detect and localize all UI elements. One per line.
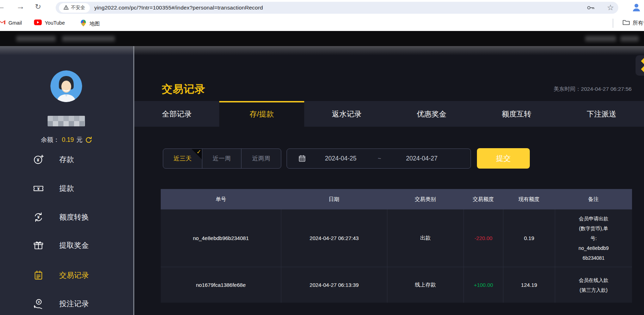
bookmarks-bar: Gmail YouTube 地图	[0, 15, 644, 31]
svg-text:¥: ¥	[38, 300, 40, 304]
blurred-text	[585, 36, 616, 42]
record-tabs: 全部记录 存/提款 返水记录 优惠奖金 额度互转 下注派送	[134, 101, 644, 127]
bookmark-label: Gmail	[8, 20, 22, 26]
submit-button[interactable]: 提交	[477, 148, 530, 169]
username-censored	[48, 116, 85, 126]
site-marquee-banner	[0, 31, 644, 46]
date-to-input[interactable]: 2024-04-27	[393, 149, 451, 168]
bookmark-label: YouTube	[45, 20, 65, 26]
date-from-input[interactable]: 2024-04-25	[312, 149, 370, 168]
withdraw-icon: ¥	[32, 182, 44, 194]
column-header: 交易类别	[387, 189, 464, 209]
diamond-icon	[641, 58, 644, 64]
sidebar-item-label: 额度转换	[59, 212, 89, 222]
deposit-icon: ¥	[32, 153, 44, 165]
cell-remark: 会员在线入款(第三方入款)	[555, 267, 632, 303]
column-header: 交易额度	[464, 189, 503, 209]
transfer-icon: ¥	[32, 211, 44, 223]
sidebar-item-label: 存款	[59, 155, 74, 164]
cell-balance: 0.19	[503, 209, 555, 267]
table-row: no1679fca1386fe68e 2024-04-27 06:13:39 线…	[161, 267, 632, 303]
column-header: 单号	[161, 189, 281, 209]
column-header: 备注	[555, 189, 632, 209]
bookmarks-divider	[613, 19, 613, 28]
transaction-record-icon	[32, 269, 44, 281]
forward-icon[interactable]: →	[16, 1, 25, 11]
table-header-row: 单号 日期 交易类别 交易额度 现有额度 备注	[161, 189, 632, 209]
key-icon[interactable]	[587, 4, 595, 13]
bookmark-youtube[interactable]: YouTube	[34, 19, 65, 26]
sidebar-item-bet-record[interactable]: ¥ 投注记录	[0, 296, 133, 311]
table-row: no_4e8ebdb96b234081 2024-04-27 06:27:43 …	[161, 209, 632, 267]
url-text[interactable]: ying2022.com/pc/?Intr=100355#/index?pers…	[94, 5, 263, 11]
range-last-2-weeks[interactable]: 近两周	[241, 149, 281, 168]
cell-order-no: no1679fca1386fe68e	[161, 267, 281, 303]
star-bookmark-icon[interactable]: ☆	[607, 3, 614, 12]
sidebar-item-transfer[interactable]: ¥ 额度转换	[0, 209, 133, 225]
sidebar-item-deposit[interactable]: ¥ 存款	[0, 152, 133, 167]
youtube-icon	[34, 19, 42, 26]
blurred-text	[16, 36, 56, 42]
cell-date: 2024-04-27 06:27:43	[281, 209, 387, 267]
reload-icon[interactable]: ↻	[35, 2, 41, 11]
security-chip[interactable]: 不安全	[59, 3, 90, 13]
sidebar-item-label: 交易记录	[59, 270, 89, 280]
browser-chrome: ← → ↻ 不安全 ying2022.com/pc/?Intr=100355#/…	[0, 0, 644, 15]
bet-record-icon: ¥	[32, 298, 44, 310]
calendar-icon	[298, 155, 306, 164]
url-bar[interactable]: 不安全 ying2022.com/pc/?Intr=100355#/index?…	[56, 2, 618, 14]
profile-avatar-icon[interactable]	[632, 3, 641, 14]
cell-balance: 124.19	[503, 267, 555, 303]
all-bookmarks-label: 所有书签	[633, 20, 644, 26]
balance-label: 余额：	[41, 136, 60, 144]
cell-amount: -220.00	[464, 209, 503, 267]
svg-text:¥: ¥	[37, 186, 40, 191]
cell-date: 2024-04-27 06:13:39	[281, 267, 387, 303]
tab-deposit-withdraw[interactable]: 存/提款	[219, 101, 304, 127]
security-label: 不安全	[71, 5, 85, 11]
bookmark-maps[interactable]: 地图	[80, 19, 100, 28]
tab-all-records[interactable]: 全部记录	[134, 101, 219, 127]
sidebar-item-label: 提款	[59, 183, 74, 193]
user-avatar[interactable]	[50, 70, 82, 102]
tab-quota-transfer[interactable]: 额度互转	[474, 101, 559, 127]
bookmark-gmail[interactable]: Gmail	[0, 19, 22, 26]
maps-icon	[80, 19, 87, 28]
range-last-week[interactable]: 近一周	[202, 149, 241, 168]
page-title: 交易记录	[162, 82, 206, 96]
svg-text:¥: ¥	[37, 157, 39, 163]
balance-value: 0.19	[62, 136, 74, 144]
column-header: 现有额度	[503, 189, 555, 209]
tab-rebate-records[interactable]: 返水记录	[304, 101, 389, 127]
floating-widget[interactable]	[636, 55, 644, 76]
svg-text:¥: ¥	[37, 215, 40, 219]
tab-bet-delivery[interactable]: 下注派送	[559, 101, 644, 127]
sidebar-item-withdraw[interactable]: ¥ 提款	[0, 181, 133, 196]
gmail-icon	[0, 19, 6, 26]
cell-order-no: no_4e8ebdb96b234081	[161, 209, 281, 267]
gift-icon	[32, 239, 44, 251]
sidebar-item-transaction-record[interactable]: 交易记录	[0, 267, 133, 283]
cell-amount: +100.00	[464, 267, 503, 303]
warning-icon	[63, 5, 69, 11]
column-header: 日期	[281, 189, 387, 209]
diamond-icon	[641, 66, 644, 72]
refresh-balance-icon[interactable]	[85, 136, 92, 144]
balance-unit: 元	[76, 136, 83, 144]
cell-remark: 会员申请出款(数字货币),单号: no_4e8ebdb96b234081	[555, 209, 632, 267]
sidebar-item-label: 投注记录	[59, 299, 89, 309]
back-icon[interactable]: ←	[0, 1, 5, 11]
main-content: 交易记录 美东时间：2024-04-27 06:27:56 全部记录 存/提款 …	[134, 46, 644, 315]
range-last-3-days[interactable]: 近三天	[163, 149, 202, 168]
balance-row: 余额： 0.19 元	[0, 136, 133, 144]
bookmark-label: 地图	[90, 20, 100, 27]
date-range-picker[interactable]: 2024-04-25 ~ 2024-04-27	[287, 149, 471, 169]
cell-type: 线上存款	[387, 267, 464, 303]
sidebar-item-claim-bonus[interactable]: 提取奖金	[0, 238, 133, 253]
folder-icon	[622, 19, 630, 26]
quick-range-group: 近三天 近一周 近两周	[163, 149, 281, 169]
tab-promo-bonus[interactable]: 优惠奖金	[389, 101, 474, 127]
date-separator: ~	[373, 149, 386, 168]
all-bookmarks-button[interactable]: 所有书签	[622, 19, 644, 26]
sidebar: 余额： 0.19 元 ¥ 存款	[0, 46, 133, 315]
